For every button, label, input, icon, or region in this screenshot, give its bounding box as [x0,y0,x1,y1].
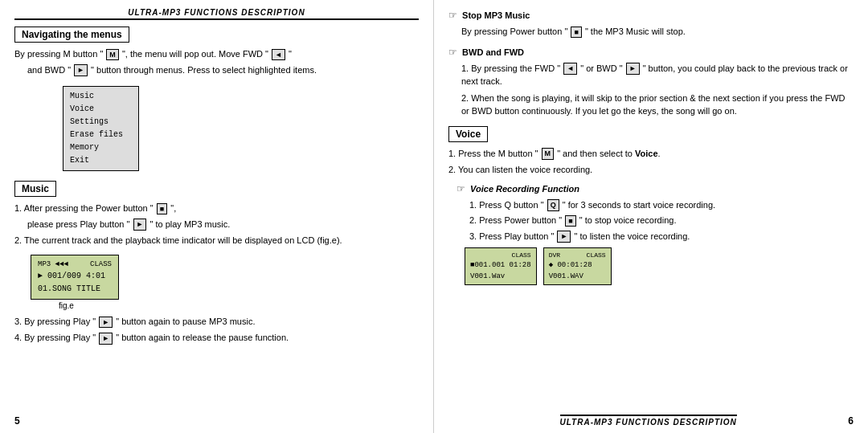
hand-icon-bwdfwd: ☞ [448,47,457,58]
menu-lcd: Music Voice Settings Erase files Memory … [47,81,419,173]
bwd-button-nav: ► [74,64,88,76]
menu-item-memory: Memory [70,141,132,154]
voice-lcd2-title: DVRCLASS [549,251,606,260]
voice-lcd1-line3: V001.Wav [470,272,531,283]
fwd-btn: ◄ [563,63,577,75]
stop-power-btn: ■ [571,27,581,39]
page-number-right-num: 6 [848,415,854,427]
hand-icon-stop: ☞ [448,10,457,21]
voice-item1: 1. Press the M button " M " and then sel… [448,147,854,161]
section-navigating: Navigating the menus By pressing M butto… [14,27,419,173]
left-page: ULTRA-MP3 FUNCTIONS DESCRIPTION Navigati… [0,0,434,433]
fig-label: fig.e [59,301,419,310]
voice-lcd-row: CLASS ■001.001 01:28 V001.Wav DVRCLASS ◆… [465,247,854,285]
rec-play-btn: ► [557,231,571,243]
rec-power-btn: ■ [565,215,575,227]
voice-lcd2: DVRCLASS ◆ 00:01:28 V001.WAV [543,247,612,285]
music-item4: 4. By pressing Play " ► " button again t… [14,331,419,345]
page-number-left: 5 [14,415,20,427]
voice-lcd2-line1: ◆ 00:01:28 [549,260,606,272]
voice-lcd2-line2: V001.WAV [549,272,606,283]
navigating-desc2: and BWD " ► " button through menus. Pres… [27,63,419,77]
menu-item-settings: Settings [70,116,132,129]
fwd-button-nav: ◄ [272,49,285,61]
menu-item-music: Music [70,90,132,103]
navigating-title: Navigating the menus [14,27,129,43]
voice-title: Voice [448,126,488,142]
voice-item2: 2. You can listen the voice recording. [448,163,854,177]
voice-lcd1: CLASS ■001.001 01:28 V001.Wav [465,247,537,285]
section-stop: ☞ Stop MP3 Music By pressing Power butto… [448,8,854,39]
hand-icon-recording: ☞ [457,183,465,194]
right-footer: ULTRA-MP3 FUNCTIONS DESCRIPTION 6 [448,415,854,427]
navigating-desc: By pressing M button " M ", the menu wil… [14,47,419,61]
menu-item-exit: Exit [70,154,132,167]
voice-lcd1-line1: CLASS [470,251,531,260]
q-btn: Q [547,199,559,211]
music-item1: 1. After pressing the Power button " ■ "… [14,202,419,231]
menu-item-voice: Voice [70,103,132,116]
power-btn-music: ■ [157,203,167,215]
bwd-btn: ► [626,63,640,75]
section-voice: Voice 1. Press the M button " M " and th… [448,126,854,286]
m-button: M [106,49,119,61]
right-footer-title: ULTRA-MP3 FUNCTIONS DESCRIPTION [560,415,737,427]
section-music: Music 1. After pressing the Power button… [14,181,419,345]
play-btn-pause: ► [99,317,113,329]
voice-lcd1-line2: ■001.001 01:28 [470,260,531,272]
play-btn-music: ► [133,219,147,231]
music-title: Music [14,181,56,197]
play-btn-release: ► [99,333,113,345]
right-page: ☞ Stop MP3 Music By pressing Power butto… [434,0,868,433]
left-header: ULTRA-MP3 FUNCTIONS DESCRIPTION [14,8,419,20]
voice-m-btn: M [542,148,555,160]
music-item3: 3. By pressing Play " ► " button again t… [14,315,419,329]
lcd-line1: MP3 ◄◄◄CLASS [38,259,112,270]
lcd-line2: ► 001/009 4:01 [38,270,112,283]
music-lcd: MP3 ◄◄◄CLASS ► 001/009 4:01 01.SONG TITL… [31,255,119,300]
section-voice-recording: ☞ Voice Recording Function 1. Press Q bu… [457,182,854,243]
section-bwd-fwd: ☞ BWD and FWD 1. By pressing the FWD " ◄… [448,45,854,118]
lcd-line3: 01.SONG TITLE [38,283,112,296]
menu-item-erase: Erase files [70,129,132,141]
music-item2: 2. The current track and the playback ti… [14,234,419,310]
